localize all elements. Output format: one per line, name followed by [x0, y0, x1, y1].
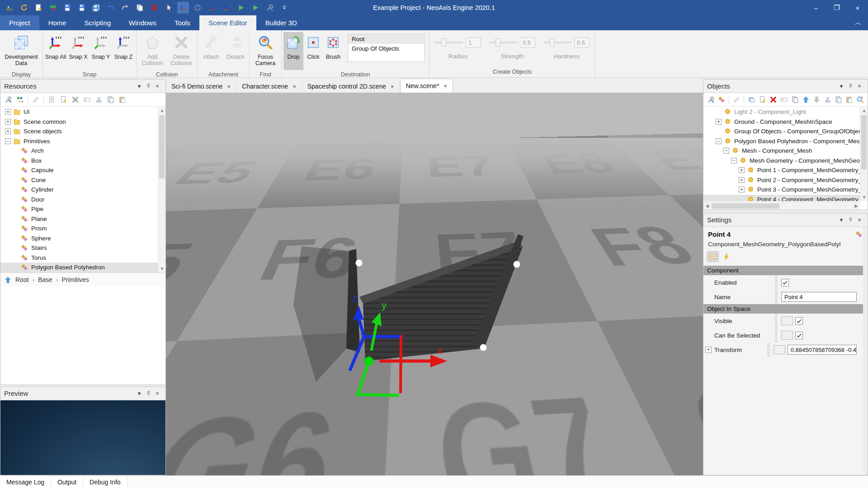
tree-item[interactable]: Polygon Based Polyhedron	[0, 263, 158, 272]
ribbon-tab-windows[interactable]: Windows	[120, 15, 165, 30]
checkbox[interactable]	[795, 332, 803, 339]
save-all-button[interactable]	[90, 2, 102, 14]
tree-item[interactable]: +Point 2 - Component_MeshGeometry_	[703, 175, 860, 185]
tree-item[interactable]: +Ground - Component_MeshInSpace	[703, 117, 860, 127]
tree-item[interactable]: Capsule	[0, 165, 158, 175]
copy-button[interactable]	[790, 95, 799, 105]
tree-item[interactable]: Prism	[0, 224, 158, 234]
collapse-icon[interactable]: −	[5, 138, 11, 144]
tree-item[interactable]: Door	[0, 195, 158, 205]
tree-item[interactable]: Pipe	[0, 204, 158, 214]
collapse-icon[interactable]: −	[731, 158, 737, 164]
paste-button[interactable]	[845, 95, 854, 105]
objects-horizontal-scrollbar[interactable]: ◀ ▶	[703, 202, 860, 210]
resources-pin-icon[interactable]	[144, 82, 153, 91]
expand-icon[interactable]: +	[5, 119, 11, 125]
objects-vertical-scrollbar[interactable]: ▲ ▼	[860, 107, 868, 201]
settings-close-icon[interactable]: ×	[855, 216, 864, 225]
drop-button[interactable]: Drop	[283, 32, 303, 70]
breadcrumb-part[interactable]: Root	[15, 276, 29, 283]
click-button[interactable]: Click	[304, 32, 322, 70]
doc-star-button[interactable]	[58, 95, 68, 105]
attach-button[interactable]: Attach	[199, 32, 223, 70]
tree-item[interactable]: Box	[0, 156, 158, 166]
delete-button[interactable]	[148, 2, 160, 14]
breadcrumb-part[interactable]: Base	[38, 276, 52, 283]
window-button[interactable]	[747, 95, 756, 105]
rename-button[interactable]	[779, 95, 788, 105]
destination-option[interactable]: Group Of Objects	[348, 44, 424, 53]
expand-icon[interactable]: +	[739, 177, 745, 183]
scene-tab[interactable]: Sci-fi Demo.scene×	[166, 80, 236, 93]
copy-button[interactable]	[834, 95, 843, 105]
maximize-button[interactable]: ❐	[826, 0, 847, 15]
vertex-handle[interactable]	[514, 261, 520, 268]
up-blue-button[interactable]	[801, 95, 810, 105]
new-resource-button[interactable]	[33, 2, 44, 14]
events-view-button[interactable]	[721, 251, 732, 262]
tools-button[interactable]	[264, 2, 276, 14]
play-2-button[interactable]	[250, 2, 261, 14]
reference-box[interactable]	[781, 331, 793, 340]
origin-handle[interactable]	[364, 357, 373, 366]
scene-viewport[interactable]: E4E5E6E7E8E1E2E3E4E5E6E7E8E1E2E3E4E5E6E7…	[166, 93, 703, 475]
select-tool-button[interactable]	[163, 2, 175, 14]
scene-tab-close-icon[interactable]: ×	[292, 83, 296, 90]
tree-item[interactable]: +Point 3 - Component_MeshGeometry_	[703, 185, 860, 195]
snap-x-button[interactable]: Snap X	[67, 32, 89, 70]
x-red-button[interactable]	[769, 95, 778, 105]
value-field[interactable]: 0.884507858709368 -0.4	[788, 345, 857, 355]
copy-button[interactable]	[105, 95, 115, 105]
import-button[interactable]	[47, 95, 57, 105]
preview-close-icon[interactable]: ×	[153, 389, 162, 398]
focus-camera-button[interactable]: Focus Camera	[251, 32, 279, 70]
tree-item[interactable]: Arch	[0, 146, 158, 156]
scene-tab-close-icon[interactable]: ×	[227, 83, 231, 90]
settings-pin-icon[interactable]	[846, 216, 855, 225]
development-data-button[interactable]: Development Data	[2, 32, 41, 70]
breadcrumb-part[interactable]: Primitives	[61, 276, 89, 283]
strength-slider[interactable]	[489, 42, 517, 43]
collapse-icon[interactable]: −	[723, 148, 729, 154]
preview-pin-icon[interactable]	[144, 389, 153, 398]
hardness-value-field[interactable]: 0.5	[574, 38, 590, 47]
add-collision-button[interactable]: Add Collision	[138, 32, 166, 70]
search-button[interactable]	[856, 95, 865, 105]
scene-tab[interactable]: Character.scene×	[236, 80, 302, 93]
transform-tool-button[interactable]	[221, 2, 232, 14]
wrench-button[interactable]	[706, 95, 715, 105]
ribbon-tab-project[interactable]: Project	[0, 15, 39, 30]
tree-item[interactable]: +Scene objects	[0, 127, 158, 136]
expand-icon[interactable]: +	[5, 109, 11, 115]
ribbon-tab-builder-3d[interactable]: Builder 3D	[256, 15, 306, 30]
objects-menu-button[interactable]: ▾	[837, 82, 846, 91]
scissors-button[interactable]	[823, 95, 832, 105]
tree-item[interactable]: +Point 1 - Component_MeshGeometry_	[703, 165, 860, 175]
rotate-tool-button[interactable]	[192, 2, 203, 14]
tree-item[interactable]: Light 2 - Component_Light	[703, 107, 860, 117]
down-gray-button[interactable]	[812, 95, 821, 105]
save-as-button[interactable]	[76, 2, 88, 14]
bottom-tab-output[interactable]: Output	[51, 476, 83, 488]
preview-menu-button[interactable]: ▾	[135, 389, 144, 398]
toolbar-options-button[interactable]	[278, 2, 290, 14]
doc-star-button[interactable]	[758, 95, 767, 105]
paste-button[interactable]	[117, 95, 127, 105]
snap-y-button[interactable]: Snap Y	[90, 32, 112, 70]
minimize-button[interactable]: –	[806, 0, 826, 15]
objects-pin-icon[interactable]	[846, 82, 855, 91]
run-player-button[interactable]	[47, 2, 59, 14]
scissors-button[interactable]	[94, 95, 104, 105]
app-logo-button[interactable]	[4, 2, 15, 14]
preview-3d-view[interactable]	[0, 400, 165, 475]
radius-value-field[interactable]: 1	[466, 38, 481, 47]
ribbon-tab-scripting[interactable]: Scripting	[75, 15, 120, 30]
value-field[interactable]: Point 4	[781, 292, 857, 302]
ribbon-tab-home[interactable]: Home	[39, 15, 75, 30]
tree-item[interactable]: Torus	[0, 253, 158, 263]
redo-button[interactable]	[119, 2, 131, 14]
vertex-handle[interactable]	[480, 344, 487, 351]
move-tool-button[interactable]	[177, 2, 189, 14]
play-1-button[interactable]	[235, 2, 247, 14]
tree-item[interactable]: −Mesh Geometry - Component_MeshGeom	[703, 156, 860, 166]
